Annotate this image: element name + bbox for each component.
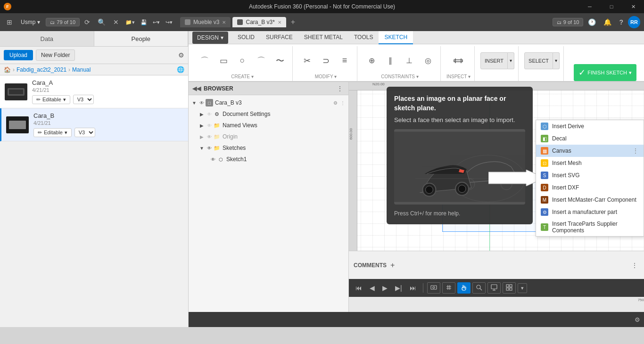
expand-icon-root[interactable]: ▼ <box>190 99 198 106</box>
grid-icon-button[interactable]: ⊞ <box>4 16 15 28</box>
tree-item-root[interactable]: ▼ 👁 □ Cara_B v3 ⚙ ⋮ <box>189 97 348 108</box>
nav-prev-prev[interactable]: ⏮ <box>353 283 365 293</box>
undo-button[interactable]: ↩▾ <box>151 18 162 27</box>
expand-icon-docsettings[interactable]: ▶ <box>198 110 206 118</box>
nav-next[interactable]: ▶| <box>392 283 405 293</box>
vis-icon-namedviews[interactable]: 👁 <box>206 122 213 129</box>
circle-button[interactable]: ○ <box>234 53 251 68</box>
constraint4-button[interactable]: ◎ <box>420 53 437 68</box>
dd-item-canvas[interactable]: ▦ Canvas ⋮ <box>536 145 644 157</box>
breadcrumb-item-2[interactable]: Manual <box>72 66 91 73</box>
avatar[interactable]: RR <box>628 16 640 28</box>
project-button[interactable]: ⊃ <box>317 53 334 68</box>
help-button[interactable]: ? <box>616 16 626 28</box>
dd-item-insert-mcmaster[interactable]: M Insert McMaster-Carr Component <box>536 194 644 206</box>
user-menu-button[interactable]: Usmp ▾ <box>17 17 44 27</box>
comments-collapse-button[interactable]: ⋮ <box>630 261 639 270</box>
dd-item-decal[interactable]: ◧ Decal <box>536 132 644 145</box>
offset-button[interactable]: ≡ <box>336 53 353 68</box>
file-item-cara-b[interactable]: Cara_B 4/21/21 ✏ Editable ▾ V3 <box>0 108 188 141</box>
save-button[interactable]: 💾 <box>139 18 149 27</box>
editable-badge-cara-a[interactable]: ✏ Editable ▾ <box>32 95 70 104</box>
refresh-button[interactable]: ⟳ <box>82 16 93 28</box>
measure-button[interactable] <box>450 53 467 68</box>
vis-icon-root[interactable]: 👁 <box>198 99 206 106</box>
insert-menu-button[interactable]: INSERT <box>480 52 508 69</box>
nav-grid-button[interactable] <box>503 282 516 294</box>
tab-mueble[interactable]: Mueble v3 ✕ <box>180 17 231 27</box>
bottom-gear-button[interactable]: ⚙ <box>635 316 640 323</box>
editable-dropdown-cara-a[interactable]: ▾ <box>63 97 66 103</box>
tab-mueble-close[interactable]: ✕ <box>222 20 226 25</box>
constraint2-button[interactable]: ∥ <box>382 53 399 68</box>
nav-camera-button[interactable] <box>427 282 440 294</box>
arc-button[interactable]: ⌒ <box>253 53 270 68</box>
nav-prev[interactable]: ◀ <box>367 283 378 293</box>
editable-badge-cara-b[interactable]: ✏ Editable ▾ <box>33 128 72 137</box>
tree-item-sketches[interactable]: ▼ 👁 📁 Sketches <box>189 142 348 154</box>
ribbon-tab-sketch[interactable]: SKETCH <box>379 31 413 44</box>
tab-people[interactable]: People <box>94 31 189 46</box>
select-dropdown-button[interactable]: ▾ <box>553 52 560 69</box>
expand-icon-sketch1[interactable] <box>206 156 209 163</box>
spline-button[interactable]: 〜 <box>272 53 289 68</box>
close-button[interactable]: ✕ <box>622 0 644 13</box>
ribbon-tab-solid[interactable]: SOLID <box>232 31 260 44</box>
nav-pan-button[interactable] <box>442 282 455 294</box>
dd-item-insert-mfg[interactable]: ⚙ Insert a manufacturer part <box>536 206 644 218</box>
insert-dropdown-button[interactable]: ▾ <box>508 52 514 69</box>
tree-item-sketch1[interactable]: 👁 ⬡ Sketch1 <box>189 154 348 165</box>
nav-next-next[interactable]: ⏭ <box>407 283 419 293</box>
history-button[interactable]: 🕐 <box>585 16 599 28</box>
settings-icon-button[interactable]: ⚙ <box>178 51 184 59</box>
dd-item-insert-traceparts[interactable]: T Insert TraceParts Supplier Components <box>536 218 644 236</box>
finish-sketch-button[interactable]: ✓ FINISH SKETCH ▾ <box>574 64 636 81</box>
redo-button[interactable]: ↪▾ <box>164 18 174 27</box>
maximize-button[interactable]: □ <box>601 0 622 13</box>
tree-gear-root[interactable]: ⚙ <box>331 99 339 106</box>
dd-item-insert-svg[interactable]: S Insert SVG <box>536 169 644 181</box>
tree-item-docsettings[interactable]: ▶ 👁 ⚙ Document Settings <box>189 108 348 120</box>
nav-play[interactable]: ▶ <box>380 283 390 293</box>
globe-icon[interactable]: 🌐 <box>177 66 184 73</box>
trim-button[interactable]: ✂ <box>298 53 315 68</box>
vis-icon-origin[interactable]: 👁 <box>206 133 213 140</box>
new-tab-button[interactable]: + <box>288 18 298 26</box>
editable-dropdown-cara-b[interactable]: ▾ <box>65 130 67 136</box>
version-select-cara-b[interactable]: V3 <box>74 128 95 137</box>
search-button[interactable]: 🔍 <box>95 16 108 28</box>
new-folder-button[interactable]: New Folder <box>36 49 75 61</box>
close-left-button[interactable]: ✕ <box>110 16 122 28</box>
collapse-browser-button[interactable]: ◀◀ <box>192 85 201 92</box>
notification-button[interactable]: 🔔 <box>601 16 614 28</box>
ribbon-tab-sheetmetal[interactable]: SHEET METAL <box>298 31 348 44</box>
constraint1-button[interactable]: ⊕ <box>363 53 380 68</box>
version-select-cara-a[interactable]: V3 <box>73 95 94 104</box>
expand-icon-namedviews[interactable]: ▶ <box>198 122 206 129</box>
line-button[interactable]: ⌒ <box>196 53 213 68</box>
tab-data[interactable]: Data <box>0 31 94 46</box>
tab-carab[interactable]: Cara_B v3* ✕ <box>232 17 286 27</box>
dd-item-insert-derive[interactable]: ⬡ Insert Derive <box>536 120 644 132</box>
upload-button[interactable]: Upload <box>4 50 33 60</box>
nav-zoom-button[interactable] <box>472 282 486 294</box>
dd-item-insert-dxf[interactable]: D Insert DXF <box>536 181 644 194</box>
nav-display-button[interactable] <box>487 282 501 294</box>
file-item-cara-a[interactable]: Cara_A 4/21/21 ✏ Editable ▾ V3 <box>0 75 188 108</box>
file-menu-button[interactable]: 📁▾ <box>124 18 137 27</box>
ribbon-tab-surface[interactable]: SURFACE <box>260 31 298 44</box>
constraint3-button[interactable]: ⊥ <box>401 53 418 68</box>
expand-icon-origin[interactable]: ▶ <box>198 133 206 140</box>
select-menu-button[interactable]: SELECT <box>524 52 553 69</box>
vis-icon-docsettings[interactable]: 👁 <box>206 110 213 118</box>
nav-viewport-button[interactable]: ▾ <box>518 283 527 293</box>
tree-item-origin[interactable]: ▶ 👁 📁 Origin <box>189 131 348 142</box>
minimize-button[interactable]: ─ <box>579 0 601 13</box>
nav-hand-button[interactable] <box>457 282 471 294</box>
vis-icon-sketches[interactable]: 👁 <box>206 144 213 152</box>
add-comment-button[interactable]: + <box>390 261 395 270</box>
rect-button[interactable]: ▭ <box>215 53 232 68</box>
expand-icon-sketches[interactable]: ▼ <box>198 144 206 152</box>
tab-carab-close[interactable]: ✕ <box>278 20 281 25</box>
ribbon-tab-tools[interactable]: TOOLS <box>348 31 379 44</box>
